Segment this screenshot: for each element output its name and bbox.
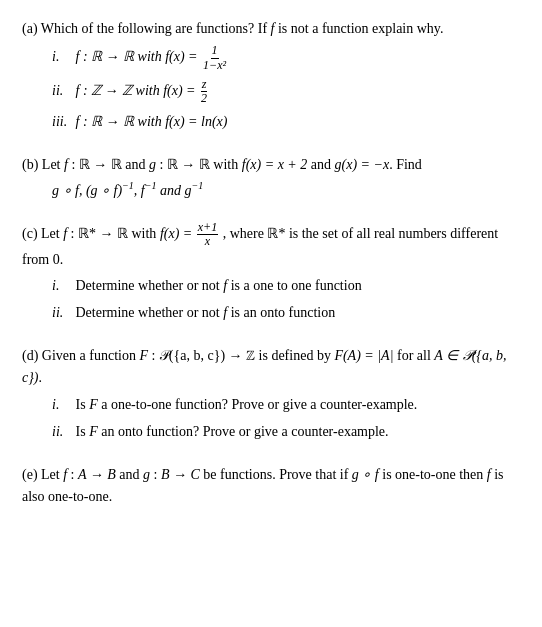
question-d-i: i. Is F a one-to-one function? Prove or … <box>52 394 520 415</box>
question-e-body: Let f : A → B and g : B → C be functions… <box>22 467 504 504</box>
roman-ii: ii. <box>52 302 72 323</box>
question-d-text: (d) Given a function F : 𝒫({a, b, c}) → … <box>22 345 520 390</box>
question-a-iii: iii. f : ℝ → ℝ with f(x) = ln(x) <box>52 111 520 132</box>
denominator: 2 <box>200 92 208 105</box>
question-e-text: (e) Let f : A → B and g : B → C be funct… <box>22 464 520 509</box>
question-e-label: (e) <box>22 467 38 482</box>
denominator: x <box>204 235 211 248</box>
question-a-text: (a) Which of the following are functions… <box>22 18 520 40</box>
roman-iii: iii. <box>52 111 72 132</box>
question-d-i-text: Is F a one-to-one function? Prove or giv… <box>76 397 418 412</box>
question-a-ii: ii. f : ℤ → ℤ with f(x) = z 2 <box>52 78 520 105</box>
question-d-ii-text: Is F an onto function? Prove or give a c… <box>76 424 389 439</box>
question-b-text: (b) Let f : ℝ → ℝ and g : ℝ → ℝ with f(x… <box>22 154 520 176</box>
question-c-text: (c) Let f : ℝ* → ℝ with f(x) = x+1 x , w… <box>22 221 520 271</box>
roman-i: i. <box>52 46 72 67</box>
question-e: (e) Let f : A → B and g : B → C be funct… <box>22 464 520 509</box>
question-d-body: Given a function F : 𝒫({a, b, c}) → ℤ is… <box>22 348 506 385</box>
question-b-find: g ∘ f, (g ∘ f)−1, f−1 and g−1 <box>22 181 520 200</box>
question-c-ii: ii. Determine whether or not f is an ont… <box>52 302 520 323</box>
question-a-label: (a) <box>22 21 38 36</box>
fraction-1-over-1-x2: 1 1−x² <box>202 44 227 71</box>
denominator: 1−x² <box>202 59 227 72</box>
question-b-find-text: g ∘ f, (g ∘ f)−1, f−1 and g−1 <box>52 183 203 198</box>
question-a-iii-text: f : ℝ → ℝ with f(x) = ln(x) <box>76 114 228 129</box>
question-b: (b) Let f : ℝ → ℝ and g : ℝ → ℝ with f(x… <box>22 154 520 199</box>
question-c-i-text: Determine whether or not f is a one to o… <box>76 278 362 293</box>
question-a: (a) Which of the following are functions… <box>22 18 520 132</box>
roman-i: i. <box>52 394 72 415</box>
question-b-label: (b) <box>22 157 38 172</box>
fraction-z-over-2: z 2 <box>200 78 208 105</box>
question-c-body: Let f : ℝ* → ℝ with f(x) = x+1 x , where… <box>22 226 498 266</box>
question-c-ii-text: Determine whether or not f is an onto fu… <box>76 305 336 320</box>
question-c: (c) Let f : ℝ* → ℝ with f(x) = x+1 x , w… <box>22 221 520 323</box>
question-c-subitems: i. Determine whether or not f is a one t… <box>22 275 520 323</box>
roman-i: i. <box>52 275 72 296</box>
question-d-subitems: i. Is F a one-to-one function? Prove or … <box>22 394 520 442</box>
question-a-subitems: i. f : ℝ → ℝ with f(x) = 1 1−x² ii. f : … <box>22 44 520 132</box>
question-a-i-text: f : ℝ → ℝ with f(x) = 1 1−x² <box>76 49 229 64</box>
question-c-i: i. Determine whether or not f is a one t… <box>52 275 520 296</box>
question-b-body: Let f : ℝ → ℝ and g : ℝ → ℝ with f(x) = … <box>42 157 422 172</box>
question-d: (d) Given a function F : 𝒫({a, b, c}) → … <box>22 345 520 442</box>
question-a-body: Which of the following are functions? If… <box>41 21 444 36</box>
roman-ii: ii. <box>52 421 72 442</box>
question-a-i: i. f : ℝ → ℝ with f(x) = 1 1−x² <box>52 44 520 71</box>
fraction-x1-over-x: x+1 x <box>197 221 218 248</box>
question-c-label: (c) <box>22 226 38 241</box>
numerator: z <box>201 78 208 92</box>
numerator: 1 <box>211 44 219 58</box>
question-d-ii: ii. Is F an onto function? Prove or give… <box>52 421 520 442</box>
numerator: x+1 <box>197 221 218 235</box>
question-a-ii-text: f : ℤ → ℤ with f(x) = z 2 <box>76 83 210 98</box>
roman-ii: ii. <box>52 80 72 101</box>
question-d-label: (d) <box>22 348 38 363</box>
